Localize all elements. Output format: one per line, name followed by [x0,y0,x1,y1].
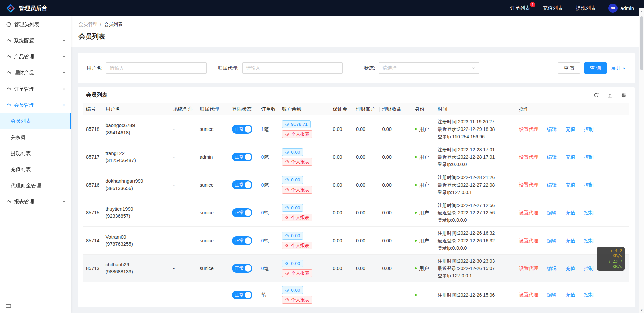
nav-recharge-list[interactable]: 充值列表 [543,5,563,11]
sidebar-subitem-agent-commission[interactable]: 代理佣金管理 [0,177,71,194]
set-agent-link[interactable]: 设置代理 [519,292,538,298]
recharge-link[interactable]: 充值 [566,210,575,216]
sidebar: 管理员列表 系统配置 产品管理 理财产品 [0,16,71,313]
balance-badge[interactable]: 0.00 [282,260,303,267]
balance-badge[interactable]: 0.00 [282,148,303,156]
edit-link[interactable]: 编辑 [547,265,557,272]
edit-link[interactable]: 编辑 [547,154,557,160]
reset-button[interactable]: 重 置 [558,62,580,74]
sidebar-item-system-config[interactable]: 系统配置 [0,33,71,49]
user-menu[interactable]: du admin [608,4,634,13]
crown-icon [6,102,11,108]
scroll-down-arrow-icon[interactable]: ▼ [639,309,644,312]
balance-badge[interactable]: 9078.71 [282,120,311,128]
sidebar-item-report-mgmt[interactable]: 报表管理 [0,194,71,210]
sidebar-subitem-relation-tree[interactable]: 关系树 [0,129,71,145]
breadcrumb-parent[interactable]: 会员管理 [78,21,97,28]
order-count[interactable]: 1笔 [258,115,279,143]
set-agent-link[interactable]: 设置代理 [519,154,538,160]
balance-badge[interactable]: 0.00 [282,204,303,212]
control-link[interactable]: 控制 [584,126,594,133]
login-status-toggle[interactable]: 正常 [232,180,252,189]
breadcrumb: 会员管理 / 会员列表 [78,21,635,28]
edit-link[interactable]: 编辑 [547,292,557,298]
expand-toggle[interactable]: 展开 [611,65,626,71]
recharge-link[interactable]: 充值 [566,126,575,133]
recharge-link[interactable]: 充值 [566,265,575,272]
control-link[interactable]: 控制 [584,238,594,244]
personal-report-badge[interactable]: 个人报表 [282,296,312,304]
login-status-toggle[interactable]: 正常 [232,153,252,161]
set-agent-link[interactable]: 设置代理 [519,126,538,133]
settings-gear-icon[interactable] [621,92,627,98]
order-count[interactable]: 0笔 [258,171,279,199]
balance-badge[interactable]: 0.00 [282,176,303,184]
order-count[interactable]: 0笔 [258,255,279,282]
vertical-scrollbar[interactable]: ▲ ▼ [639,8,644,313]
menu-fold-icon[interactable] [5,303,11,309]
login-status-toggle[interactable]: 正常 [232,125,252,134]
edit-link[interactable]: 编辑 [547,238,557,244]
order-count[interactable]: 0笔 [258,199,279,227]
nav-withdraw-list[interactable]: 提现列表 [576,5,596,11]
edit-link[interactable]: 编辑 [547,126,557,133]
crown-icon [6,199,11,204]
sidebar-subitem-member-list[interactable]: 会员列表 [0,113,71,129]
control-link[interactable]: 控制 [584,210,594,216]
control-link[interactable]: 控制 [584,154,594,160]
agent-input[interactable] [242,62,343,74]
refresh-icon[interactable] [593,92,599,98]
personal-report-badge[interactable]: 个人报表 [282,242,312,249]
eye-icon [285,132,289,136]
sidebar-item-product-mgmt[interactable]: 产品管理 [0,49,71,65]
order-count[interactable]: 0笔 [258,143,279,171]
sidebar-item-admin-list[interactable]: 管理员列表 [0,16,71,33]
recharge-link[interactable]: 充值 [566,292,575,298]
sidebar-item-finance-product[interactable]: 理财产品 [0,65,71,81]
username-input[interactable] [106,62,207,74]
sidebar-subitem-recharge-list[interactable]: 充值列表 [0,161,71,177]
nav-order-list[interactable]: 订单列表 1 [510,5,530,11]
personal-report-badge[interactable]: 个人报表 [282,186,312,194]
personal-report-badge[interactable]: 个人报表 [282,130,312,138]
set-agent-link[interactable]: 设置代理 [519,210,538,216]
edit-link[interactable]: 编辑 [547,210,557,216]
recharge-link[interactable]: 充值 [566,238,575,244]
order-count[interactable]: 0笔 [258,227,279,255]
app-title: 管理员后台 [19,4,47,12]
sidebar-item-order-mgmt[interactable]: 订单管理 [0,81,71,97]
login-status-toggle[interactable]: 正常 [232,236,252,245]
sidebar-subitem-withdraw-list[interactable]: 提现列表 [0,145,71,161]
edit-link[interactable]: 编辑 [547,182,557,188]
scroll-up-arrow-icon[interactable]: ▲ [639,10,644,13]
personal-report-badge[interactable]: 个人报表 [282,214,312,221]
finance-profit-value [380,282,412,307]
login-status-toggle[interactable]: 正常 [232,291,252,299]
set-agent-link[interactable]: 设置代理 [519,238,538,244]
balance-badge[interactable]: 0.00 [282,286,303,294]
member-id: 85717 [83,143,103,171]
recharge-link[interactable]: 充值 [566,154,575,160]
set-agent-link[interactable]: 设置代理 [519,182,538,188]
personal-report-badge[interactable]: 个人报表 [282,158,312,166]
crown-icon [6,38,11,43]
member-username: dokhanhngan999 (386133656) [103,171,171,199]
table-row: 正常 笔 0.00 个人报表 [83,282,629,307]
control-link[interactable]: 控制 [584,292,594,298]
recharge-link[interactable]: 充值 [566,182,575,188]
scrollbar-thumb[interactable] [640,16,643,70]
sidebar-item-member-mgmt[interactable]: 会员管理 [0,97,71,113]
status-select[interactable]: 请选择 [379,62,479,74]
order-count[interactable]: 笔 [258,282,279,307]
time-info: 注册时间:2022-12-28 17:01 最近登录:2022-12-28 17… [435,143,516,171]
personal-report-badge[interactable]: 个人报表 [282,269,312,277]
balance-badge[interactable]: 0.00 [282,232,303,240]
set-agent-link[interactable]: 设置代理 [519,265,538,272]
member-table: 编号 用户名 系统备注 归属代理 登陆状态 订单数 账户余额 保证金 理财账户 … [83,103,629,307]
search-button[interactable]: 查 询 [584,62,607,74]
login-status-toggle[interactable]: 正常 [232,264,252,273]
control-link[interactable]: 控制 [584,265,594,272]
row-height-icon[interactable] [607,92,613,98]
control-link[interactable]: 控制 [584,182,594,188]
login-status-toggle[interactable]: 正常 [232,208,252,217]
